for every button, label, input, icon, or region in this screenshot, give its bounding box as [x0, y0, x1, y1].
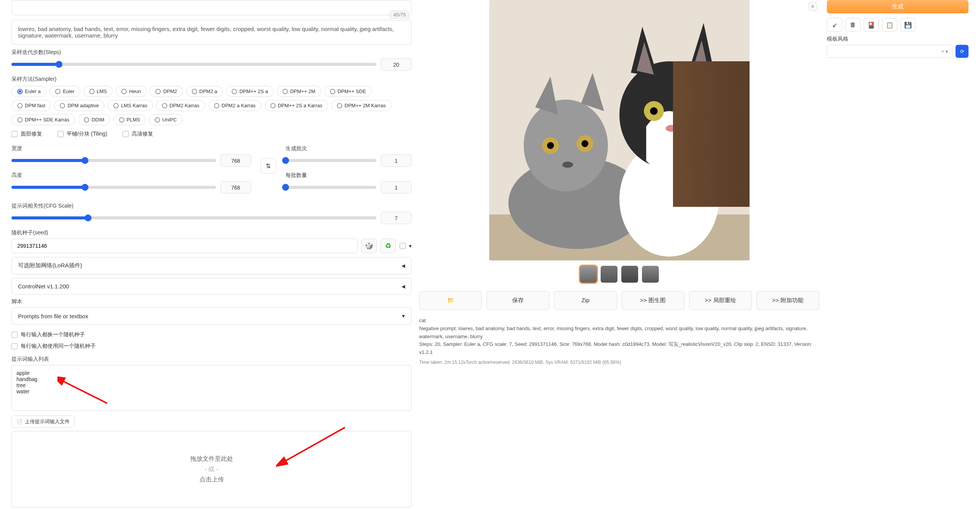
- svg-marker-5: [535, 77, 558, 115]
- style-label: 模板风格: [827, 36, 969, 43]
- recycle-icon[interactable]: ♻: [381, 239, 396, 253]
- cfg-value[interactable]: 7: [381, 212, 412, 224]
- script-label: 脚本: [11, 298, 412, 305]
- svg-point-10: [581, 140, 588, 147]
- generate-button[interactable]: 生成: [827, 0, 969, 13]
- sampler-lms-karras[interactable]: LMS Karras: [108, 100, 153, 111]
- close-icon[interactable]: ✕: [808, 2, 817, 11]
- chevron-left-icon: ◀: [402, 284, 405, 289]
- sampler-dpm2-a-karras[interactable]: DPM2 a Karras: [208, 100, 261, 111]
- extra-seed-checkbox[interactable]: ▾: [400, 243, 412, 249]
- thumbnail-4[interactable]: [642, 266, 659, 283]
- open-folder-button[interactable]: 📁: [419, 291, 482, 310]
- svg-point-23: [640, 229, 667, 246]
- trash-icon[interactable]: 🗑: [845, 18, 861, 32]
- sampler-dpm-2m[interactable]: DPM++ 2M: [277, 86, 321, 97]
- zip-button[interactable]: Zip: [554, 291, 617, 310]
- sampler-dpm-2s-a[interactable]: DPM++ 2S a: [226, 86, 273, 97]
- sampler-dpm-fast[interactable]: DPM fast: [11, 100, 51, 111]
- output-params-text: Steps: 20, Sampler: Euler a, CFG scale: …: [419, 340, 819, 357]
- prompt-list-textarea[interactable]: apple handbag tree water: [11, 365, 412, 411]
- negative-prompt[interactable]: lowres, bad anatomy, bad hands, text, er…: [11, 20, 412, 44]
- sampler-label: 采样方法(Sampler): [11, 76, 412, 83]
- save-style-icon[interactable]: 💾: [900, 18, 916, 32]
- edit-icon[interactable]: ↙: [827, 18, 842, 32]
- palette-icon[interactable]: 🎴: [864, 18, 879, 32]
- style-select[interactable]: × ▾: [827, 45, 952, 58]
- svg-line-1: [284, 427, 345, 462]
- sampler-dpm-adaptive[interactable]: DPM adaptive: [54, 100, 105, 111]
- same-random-checkbox[interactable]: 每行输入都使用同一个随机种子: [11, 343, 96, 350]
- height-label: 高度: [11, 172, 251, 179]
- output-negative-text: Negative prompt: lowres, bad anatomy, ba…: [419, 325, 819, 341]
- sampler-dpm-sde-karras[interactable]: DPM++ SDE Karras: [11, 114, 75, 125]
- chevron-down-icon: ▾: [402, 313, 405, 319]
- sampler-ddim[interactable]: DDIM: [78, 114, 110, 125]
- upload-prompt-file-button[interactable]: 📄 上传提示词输入文件: [11, 416, 75, 428]
- steps-slider[interactable]: [11, 63, 376, 66]
- batch-size-slider[interactable]: [286, 186, 376, 189]
- send-img2img-button[interactable]: >> 图生图: [622, 291, 684, 310]
- thumbnail-1[interactable]: [580, 266, 597, 283]
- sampler-group: Euler aEulerLMSHeunDPM2DPM2 aDPM++ 2S aD…: [11, 86, 412, 125]
- save-button[interactable]: 保存: [487, 291, 549, 310]
- cfg-slider[interactable]: [11, 216, 376, 219]
- sampler-lms[interactable]: LMS: [83, 86, 113, 97]
- seed-label: 随机种子(seed): [11, 229, 412, 236]
- sampler-euler-a[interactable]: Euler a: [11, 86, 46, 97]
- upload-drop-zone[interactable]: 拖放文件至此处 - 或 - 点击上传: [11, 431, 412, 507]
- clipboard-icon[interactable]: 📋: [882, 18, 897, 32]
- sampler-heun[interactable]: Heun: [116, 86, 147, 97]
- width-label: 宽度: [11, 145, 251, 152]
- lora-accordion[interactable]: 可选附加网络(LoRA插件)◀: [11, 257, 412, 274]
- sampler-unipc[interactable]: UniPC: [149, 114, 183, 125]
- steps-value[interactable]: 20: [381, 58, 412, 70]
- thumbnail-2[interactable]: [601, 266, 617, 283]
- tiling-checkbox[interactable]: 平铺/分块 (Tiling): [57, 131, 107, 137]
- batch-count-value[interactable]: 1: [381, 154, 412, 167]
- sampler-dpm2-a[interactable]: DPM2 a: [186, 86, 223, 97]
- prompt-list-label: 提示词输入列表: [11, 356, 412, 363]
- token-count: 45/75: [390, 11, 409, 19]
- svg-point-24: [671, 229, 698, 246]
- script-select[interactable]: Prompts from file or textbox▾: [11, 308, 412, 324]
- positive-prompt[interactable]: [11, 0, 412, 15]
- cfg-label: 提示词相关性(CFG Scale): [11, 203, 412, 209]
- face-restore-checkbox[interactable]: 面部修复: [11, 131, 42, 137]
- seed-input[interactable]: [11, 239, 358, 253]
- controlnet-accordion[interactable]: ControlNet v1.1.200◀: [11, 278, 412, 295]
- dice-icon[interactable]: 🎲: [361, 239, 377, 253]
- svg-point-4: [524, 100, 608, 191]
- send-extras-button[interactable]: >> 附加功能: [756, 291, 819, 310]
- hires-checkbox[interactable]: 高清修复: [122, 131, 153, 137]
- sampler-dpm-2m-karras[interactable]: DPM++ 2M Karras: [331, 100, 392, 111]
- steps-label: 采样迭代步数(Steps): [11, 49, 412, 56]
- batch-size-value[interactable]: 1: [381, 181, 412, 193]
- batch-size-label: 每批数量: [286, 172, 412, 179]
- width-slider[interactable]: [11, 159, 216, 162]
- sampler-dpm2[interactable]: DPM2: [150, 86, 183, 97]
- chevron-left-icon: ◀: [402, 263, 405, 268]
- svg-point-8: [547, 142, 554, 149]
- sampler-dpm-sde[interactable]: DPM++ SDE: [324, 86, 372, 97]
- sampler-dpm-2s-a-karras[interactable]: DPM++ 2S a Karras: [265, 100, 328, 111]
- sampler-euler[interactable]: Euler: [49, 86, 80, 97]
- random-each-checkbox[interactable]: 每行输入都换一个随机种子: [11, 331, 85, 338]
- output-time-text: Time taken: 2m 15.12sTorch active/reserv…: [419, 359, 819, 366]
- height-slider[interactable]: [11, 186, 216, 189]
- svg-point-11: [562, 162, 573, 168]
- sampler-plms[interactable]: PLMS: [113, 114, 146, 125]
- svg-point-19: [650, 107, 658, 115]
- thumbnail-3[interactable]: [621, 266, 638, 283]
- refresh-icon[interactable]: ⟳: [956, 45, 969, 58]
- width-value[interactable]: 768: [220, 154, 251, 167]
- height-value[interactable]: 768: [220, 181, 251, 193]
- send-inpaint-button[interactable]: >> 局部重绘: [689, 291, 752, 310]
- swap-dims-button[interactable]: ⇅: [261, 158, 276, 173]
- output-prompt-text: cat: [419, 317, 819, 325]
- sampler-dpm2-karras[interactable]: DPM2 Karras: [156, 100, 205, 111]
- output-image[interactable]: [489, 0, 750, 260]
- batch-count-label: 生成批次: [286, 145, 412, 152]
- batch-count-slider[interactable]: [286, 159, 376, 162]
